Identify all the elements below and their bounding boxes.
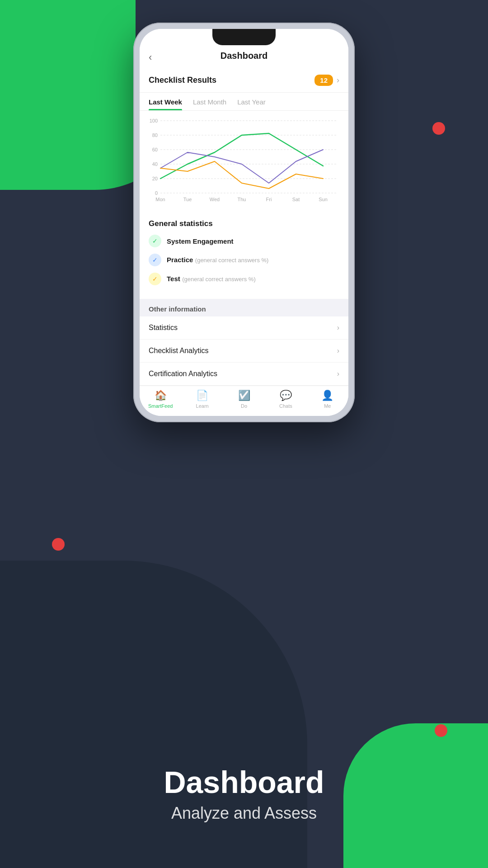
tab-last-year[interactable]: Last Year xyxy=(237,93,266,110)
bottom-subtitle: Analyze and Assess xyxy=(0,804,488,823)
general-statistics-title: General statistics xyxy=(149,219,339,228)
general-statistics-section: General statistics ✓ System Engagement ✓… xyxy=(140,212,348,299)
back-button[interactable]: ‹ xyxy=(149,52,152,63)
nav-do[interactable]: ☑️ Do xyxy=(223,390,265,409)
phone-notch xyxy=(212,29,276,45)
stat-label-practice: Practice (general correct answers %) xyxy=(167,256,268,264)
checklist-results-title: Checklist Results xyxy=(149,75,216,85)
bottom-text-block: Dashboard Analyze and Assess xyxy=(0,765,488,823)
tab-last-month[interactable]: Last Month xyxy=(193,93,226,110)
nav-smartfeed[interactable]: 🏠 SmartFeed xyxy=(140,390,181,409)
me-icon: 👤 xyxy=(321,390,333,401)
stat-item-test: ✓ Test (general correct answers %) xyxy=(149,273,339,285)
stat-item-practice: ✓ Practice (general correct answers %) xyxy=(149,254,339,266)
nav-label-chats: Chats xyxy=(279,403,292,409)
phone-frame: ‹ Dashboard Checklist Results 12 › Last … xyxy=(133,23,355,422)
svg-text:80: 80 xyxy=(152,132,158,138)
learn-icon: 📄 xyxy=(196,390,208,401)
stat-item-engagement: ✓ System Engagement xyxy=(149,235,339,247)
nav-learn[interactable]: 📄 Learn xyxy=(181,390,223,409)
svg-text:Sat: Sat xyxy=(292,197,300,202)
screen-title: Dashboard xyxy=(221,51,267,61)
checklist-badge-row: 12 › xyxy=(314,75,339,86)
svg-text:100: 100 xyxy=(150,118,158,123)
menu-chevron-checklist: › xyxy=(337,347,339,355)
menu-item-certification-analytics[interactable]: Certification Analytics › xyxy=(140,363,348,386)
nav-label-me: Me xyxy=(324,403,331,409)
bottom-navigation: 🏠 SmartFeed 📄 Learn ☑️ Do 💬 Chats xyxy=(140,386,348,416)
svg-text:Mon: Mon xyxy=(155,197,165,202)
phone-screen: ‹ Dashboard Checklist Results 12 › Last … xyxy=(140,29,348,416)
svg-text:40: 40 xyxy=(152,161,158,167)
nav-label-learn: Learn xyxy=(196,403,209,409)
svg-text:60: 60 xyxy=(152,147,158,152)
stat-label-test: Test (general correct answers %) xyxy=(167,275,256,283)
checklist-results-bar[interactable]: Checklist Results 12 › xyxy=(140,68,348,93)
bottom-title: Dashboard xyxy=(0,765,488,799)
tab-last-week[interactable]: Last Week xyxy=(149,93,182,110)
period-tabs: Last Week Last Month Last Year xyxy=(140,93,348,111)
svg-text:20: 20 xyxy=(152,176,158,181)
checklist-chevron: › xyxy=(337,75,339,85)
other-information-header: Other information xyxy=(140,299,348,316)
stat-check-yellow: ✓ xyxy=(149,273,161,285)
nav-label-smartfeed: SmartFeed xyxy=(148,403,173,409)
svg-text:Wed: Wed xyxy=(210,197,220,202)
menu-item-checklist-analytics[interactable]: Checklist Analytics › xyxy=(140,340,348,363)
other-information-title: Other information xyxy=(149,305,339,313)
stat-check-blue: ✓ xyxy=(149,254,161,266)
chart-area: 100 80 60 40 20 0 Mon xyxy=(140,111,348,212)
menu-chevron-certification: › xyxy=(337,370,339,378)
svg-text:Fri: Fri xyxy=(266,197,272,202)
do-icon: ☑️ xyxy=(238,390,250,401)
nav-label-do: Do xyxy=(241,403,247,409)
line-chart: 100 80 60 40 20 0 Mon xyxy=(147,116,341,207)
smartfeed-icon: 🏠 xyxy=(155,390,167,401)
nav-chats[interactable]: 💬 Chats xyxy=(265,390,306,409)
phone-wrapper: ‹ Dashboard Checklist Results 12 › Last … xyxy=(133,23,355,422)
red-dot-3 xyxy=(435,724,447,737)
svg-text:Tue: Tue xyxy=(183,197,192,202)
red-dot-1 xyxy=(432,122,445,135)
svg-text:Thu: Thu xyxy=(238,197,246,202)
svg-text:0: 0 xyxy=(155,190,158,196)
menu-item-statistics[interactable]: Statistics › xyxy=(140,316,348,340)
screen-content: ‹ Dashboard Checklist Results 12 › Last … xyxy=(140,29,348,416)
stat-check-green: ✓ xyxy=(149,235,161,247)
svg-text:Sun: Sun xyxy=(319,197,328,202)
nav-me[interactable]: 👤 Me xyxy=(307,390,348,409)
red-dot-2 xyxy=(52,538,65,551)
chats-icon: 💬 xyxy=(280,390,292,401)
checklist-badge: 12 xyxy=(314,75,333,86)
stat-label-engagement: System Engagement xyxy=(167,237,234,245)
menu-chevron-statistics: › xyxy=(337,324,339,332)
